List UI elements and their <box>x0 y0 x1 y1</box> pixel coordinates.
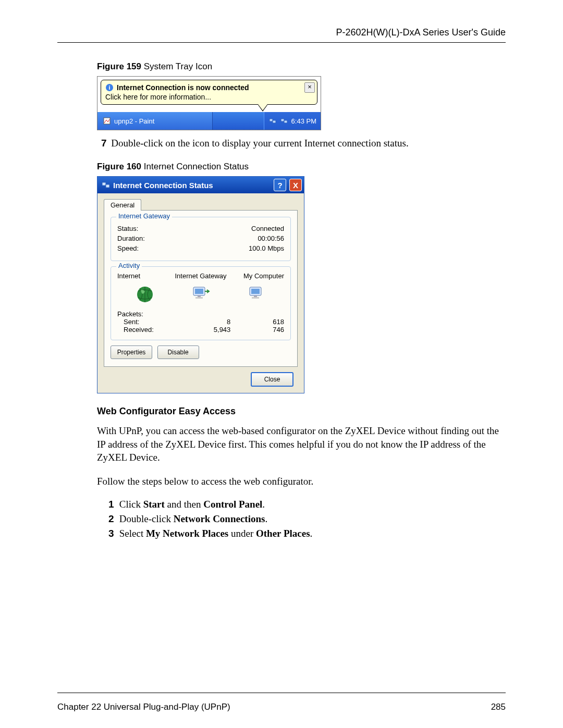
taskbar: upnp2 - Paint 6:43 PM <box>97 112 321 130</box>
status-value: Connected <box>251 225 284 232</box>
step-text: Select <box>119 528 146 539</box>
tab-panel: Internet Gateway Status: Connected Durat… <box>104 210 298 367</box>
gateway-icon <box>173 282 229 307</box>
svg-rect-4 <box>273 120 276 123</box>
numbered-steps: 1 Click Start and then Control Panel. 2 … <box>108 499 506 539</box>
svg-rect-7 <box>102 182 106 186</box>
taskbar-app-label: upnp2 - Paint <box>114 117 154 125</box>
packets-label: Packets: <box>117 310 284 318</box>
step-bold: Network Connections <box>174 513 265 524</box>
system-tray-screenshot: i Internet Connection is now connected C… <box>97 76 321 130</box>
network-icon[interactable] <box>268 117 277 125</box>
step-3: 3 Select My Network Places under Other P… <box>108 528 506 539</box>
system-tray[interactable]: 6:43 PM <box>264 112 321 130</box>
sent-computer-value: 618 <box>230 318 284 326</box>
body-paragraph-1: With UPnP, you can access the web-based … <box>97 424 506 464</box>
figure-num: Figure 159 <box>97 61 141 71</box>
connection-status-dialog: Internet Connection Status ? X General I… <box>97 176 304 393</box>
tooltip-close-button[interactable]: × <box>304 82 315 93</box>
dialog-title: Internet Connection Status <box>113 181 271 190</box>
figure-num: Figure 160 <box>97 162 141 171</box>
svg-text:i: i <box>108 84 110 91</box>
speed-label: Speed: <box>117 244 139 252</box>
step-text: and then <box>165 499 203 510</box>
tooltip-balloon[interactable]: i Internet Connection is now connected C… <box>101 80 317 105</box>
step-7: 7 Double-click on the icon to display yo… <box>101 138 506 149</box>
step-number: 7 <box>101 138 107 149</box>
header-rule <box>57 42 506 43</box>
tooltip-subtitle: Click here for more information... <box>105 93 313 101</box>
taskbar-clock: 6:43 PM <box>291 117 316 125</box>
svg-rect-16 <box>254 295 257 297</box>
section-heading: Web Configurator Easy Access <box>97 406 506 417</box>
properties-button[interactable]: Properties <box>111 346 152 359</box>
globe-icon <box>117 282 173 307</box>
body-paragraph-2: Follow the steps below to access the web… <box>97 475 506 488</box>
step-text: . <box>310 528 313 539</box>
group-legend: Internet Gateway <box>116 212 172 220</box>
sent-gateway-value: 8 <box>177 318 231 326</box>
col-gateway-label: Internet Gateway <box>173 272 229 280</box>
help-button[interactable]: ? <box>274 179 286 191</box>
group-internet-gateway: Internet Gateway Status: Connected Durat… <box>111 217 291 261</box>
footer-page-number: 285 <box>491 702 506 712</box>
group-activity: Activity Internet Internet Gateway My Co… <box>111 266 291 340</box>
figure-160-caption: Figure 160 Internet Connection Status <box>97 162 506 172</box>
close-dialog-button[interactable]: Close <box>251 372 293 387</box>
disable-button[interactable]: Disable <box>157 346 199 359</box>
svg-rect-15 <box>251 289 260 294</box>
svg-rect-11 <box>195 289 203 294</box>
received-gateway-value: 5,943 <box>177 326 231 334</box>
computer-icon <box>228 282 284 307</box>
tooltip-title-text: Internet Connection is now connected <box>117 83 249 92</box>
svg-rect-13 <box>195 297 203 299</box>
duration-value: 00:00:56 <box>258 235 284 242</box>
speed-value: 100.0 Mbps <box>249 244 284 252</box>
group-legend: Activity <box>116 262 142 269</box>
taskbar-app-button[interactable]: upnp2 - Paint <box>97 112 213 130</box>
network-icon-2[interactable] <box>280 117 288 125</box>
duration-label: Duration: <box>117 235 145 242</box>
svg-rect-12 <box>198 295 201 297</box>
step-text: . <box>262 499 265 510</box>
step-bold: Start <box>143 499 165 510</box>
svg-rect-5 <box>281 119 284 121</box>
step-1: 1 Click Start and then Control Panel. <box>108 499 506 510</box>
sent-label: Sent: <box>117 318 177 326</box>
col-mycomputer-label: My Computer <box>228 272 284 280</box>
step-text: under <box>228 528 256 539</box>
received-label: Received: <box>117 326 177 334</box>
svg-rect-3 <box>270 119 273 121</box>
svg-rect-6 <box>284 120 287 123</box>
col-internet-label: Internet <box>117 272 173 280</box>
step-text: Double-click <box>119 513 174 524</box>
footer-rule <box>57 693 506 693</box>
step-bold: My Network Places <box>146 528 228 539</box>
step-text: . <box>265 513 267 524</box>
paint-icon <box>103 117 111 125</box>
step-text: Double-click on the icon to display your… <box>111 138 408 149</box>
figure-159-caption: Figure 159 System Tray Icon <box>97 61 506 72</box>
step-bold: Other Places <box>256 528 310 539</box>
svg-rect-17 <box>252 297 259 299</box>
tab-general[interactable]: General <box>104 199 141 211</box>
close-button[interactable]: X <box>289 179 302 191</box>
figure-title: System Tray Icon <box>141 61 212 71</box>
svg-rect-8 <box>106 184 109 188</box>
status-label: Status: <box>117 225 138 232</box>
footer-chapter: Chapter 22 Universal Plug-and-Play (UPnP… <box>57 702 230 712</box>
step-2: 2 Double-click Network Connections. <box>108 513 506 525</box>
page-footer: Chapter 22 Universal Plug-and-Play (UPnP… <box>57 702 506 712</box>
received-computer-value: 746 <box>230 326 284 334</box>
figure-title: Internet Connection Status <box>141 162 249 171</box>
step-text: Click <box>119 499 143 510</box>
dialog-icon <box>102 181 110 189</box>
info-icon: i <box>105 83 114 92</box>
page-header: P-2602H(W)(L)-DxA Series User's Guide <box>57 27 506 42</box>
dialog-titlebar[interactable]: Internet Connection Status ? X <box>97 177 304 193</box>
step-bold: Control Panel <box>203 499 262 510</box>
